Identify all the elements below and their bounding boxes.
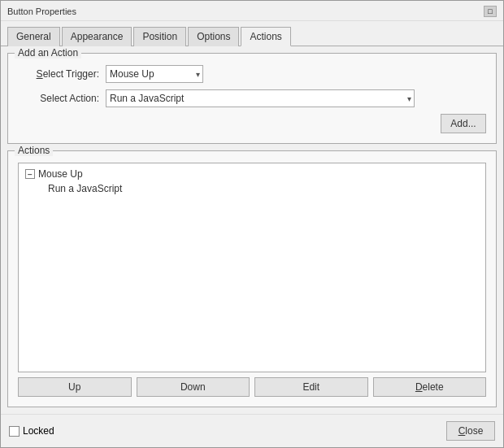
- collapse-icon[interactable]: −: [25, 169, 35, 179]
- tabs-bar: General Appearance Position Options Acti…: [1, 21, 503, 46]
- tab-position[interactable]: Position: [133, 27, 186, 46]
- actions-group-label: Actions: [15, 145, 53, 156]
- delete-button[interactable]: Delete: [373, 377, 487, 397]
- add-action-group: Add an Action Select Trigger: Mouse Up M…: [7, 53, 497, 144]
- tab-actions[interactable]: Actions: [241, 27, 290, 46]
- maximize-button[interactable]: □: [484, 6, 497, 17]
- action-buttons-row: Up Down Edit Delete: [18, 377, 486, 397]
- action-label: Select Action:: [18, 93, 99, 104]
- locked-row: Locked: [9, 425, 54, 437]
- tree-child-javascript[interactable]: Run a JavaScript: [45, 181, 482, 196]
- trigger-label: Select Trigger:: [18, 68, 99, 80]
- add-button-row: Add...: [18, 114, 486, 133]
- close-button[interactable]: Close: [446, 421, 495, 441]
- tab-content-actions: Add an Action Select Trigger: Mouse Up M…: [1, 46, 503, 414]
- actions-list[interactable]: − Mouse Up Run a JavaScript: [18, 163, 486, 372]
- action-select-wrapper: Run a JavaScript Execute a Menu Item Go …: [106, 89, 415, 107]
- action-select[interactable]: Run a JavaScript Execute a Menu Item Go …: [106, 89, 415, 107]
- trigger-select-wrapper: Mouse Up Mouse Down Mouse Enter Mouse Ex…: [106, 65, 203, 83]
- locked-checkbox[interactable]: [9, 426, 20, 437]
- title-bar: Button Properties □: [1, 1, 503, 21]
- title-controls: □: [484, 6, 497, 17]
- up-button[interactable]: Up: [18, 377, 132, 397]
- tab-options[interactable]: Options: [188, 27, 239, 46]
- tree-item-mouseup[interactable]: − Mouse Up: [22, 167, 482, 181]
- locked-label: Locked: [23, 425, 54, 437]
- bottom-bar: Locked Close: [1, 414, 503, 447]
- trigger-row: Select Trigger: Mouse Up Mouse Down Mous…: [18, 65, 486, 83]
- actions-group: Actions − Mouse Up Run a JavaScript Up D…: [7, 150, 497, 407]
- down-button[interactable]: Down: [137, 377, 250, 397]
- tab-general[interactable]: General: [7, 27, 60, 46]
- window: Button Properties □ General Appearance P…: [0, 0, 504, 448]
- add-action-group-label: Add an Action: [15, 47, 81, 59]
- add-button[interactable]: Add...: [441, 114, 486, 133]
- window-title: Button Properties: [7, 7, 76, 16]
- tree-item-label: Mouse Up: [38, 168, 83, 180]
- tab-appearance[interactable]: Appearance: [62, 27, 133, 46]
- action-row: Select Action: Run a JavaScript Execute …: [18, 89, 486, 107]
- edit-button[interactable]: Edit: [254, 377, 368, 397]
- trigger-select[interactable]: Mouse Up Mouse Down Mouse Enter Mouse Ex…: [106, 65, 203, 83]
